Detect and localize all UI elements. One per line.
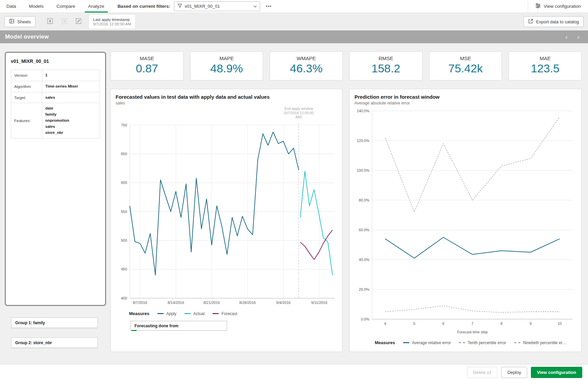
legend-item-forecast[interactable]: Forecast [213,311,237,316]
svg-text:5: 5 [413,322,415,326]
kpi-card-mase[interactable]: MASE 0.87 [111,51,183,80]
previous-sheet-chevron-icon[interactable]: ‹ [565,31,568,43]
svg-text:End apply window: End apply window [285,106,313,111]
kpi-card-rmse[interactable]: RMSE 158.2 [349,51,422,80]
last-apply-timestamp-label: Last apply timestamp [93,18,131,22]
selection-tools [45,17,84,27]
svg-text:100.0%: 100.0% [357,168,370,172]
forecast-chart-yaxis-title: sales [116,101,338,105]
svg-text:500: 500 [121,238,127,242]
nav-spacer [275,0,528,13]
tab-compare[interactable]: Compare [50,0,82,13]
svg-text:20.0%: 20.0% [359,287,369,291]
svg-text:10: 10 [558,322,562,326]
legend-item-average-relative-error[interactable]: Average relative error [403,340,451,345]
delete-version-button[interactable]: Delete v1 [467,367,498,378]
legend-label: Apply [166,311,176,316]
svg-text:4: 4 [384,322,386,326]
selections-back-icon [47,18,53,25]
svg-text:8/28/2016: 8/28/2016 [239,301,256,305]
tab-data[interactable]: Data [0,0,23,13]
kpi-card-mape[interactable]: MAPE 48.9% [190,51,263,80]
sheet-pager: ‹ › [565,31,583,43]
deploy-button[interactable]: Deploy [501,367,527,378]
ninetieth-percentile-swatch [514,342,520,343]
legend-label: Ninetieth percentile er… [523,340,567,345]
svg-text:700: 700 [121,123,127,127]
model-filter-dropdown[interactable]: v01_MIXR_00_01 [174,1,260,11]
kpi-card-wmape[interactable]: WMAPE 46.3% [270,51,343,80]
clear-selections-button[interactable] [73,17,84,27]
kpi-value: 46.3% [270,62,342,75]
sheets-label: Sheets [17,19,31,24]
kpi-card-mae[interactable]: MAE 123.5 [509,51,582,80]
group-1-filter[interactable]: Group 1: family [11,317,98,328]
clear-selections-icon [75,18,82,25]
more-options-icon: ••• [266,4,272,9]
svg-text:120.0%: 120.0% [357,139,370,143]
selections-back-button[interactable] [45,17,55,27]
prediction-error-chart[interactable]: 0.0%20.0%40.0%60.0%80.0%100.0%120.0%140.… [354,105,578,335]
forecast-line-swatch [213,313,219,314]
selections-forward-button[interactable] [59,17,70,27]
svg-text:8/14/2016: 8/14/2016 [168,301,184,305]
svg-text:8: 8 [500,322,503,326]
legend-label: Forecast [221,311,237,316]
svg-text:140.0%: 140.0% [357,109,370,113]
legend-title: Measures [129,311,149,316]
view-configuration-nav-button[interactable]: View configuration [528,0,588,13]
spec-value-features: date family onpromotion sales store_nbr [42,103,100,138]
group-1-label: Group 1: family [15,320,45,325]
table-row: Version: 1 [11,70,100,81]
svg-text:450: 450 [121,267,127,271]
last-apply-timestamp-value: 9/7/2016 12:00:00 AM [93,22,131,26]
svg-text:400: 400 [121,296,127,300]
legend-item-actual[interactable]: Actual [185,311,204,316]
kpi-value: 158.2 [350,62,422,75]
svg-text:9: 9 [530,322,532,326]
svg-text:7: 7 [471,322,473,326]
spec-label-algorithm: Algorithm: [11,81,42,92]
more-options-button[interactable]: ••• [263,1,275,11]
forecasting-done-from-control[interactable]: Forecasting done from [130,321,227,331]
forecasting-done-from-label: Forecasting done from [134,324,178,328]
export-data-button[interactable]: Export data to catalog [523,16,584,27]
view-configuration-button[interactable]: View configuration [531,367,582,378]
model-card[interactable]: v01_MIXR_00_01 Version: 1 Algorithm: Tim… [5,52,106,306]
nav-tabs: Data Models Compare Analyze [0,0,111,13]
svg-text:40.0%: 40.0% [359,258,369,262]
model-spec-table: Version: 1 Algorithm: Time-series Mixer … [11,70,100,139]
kpi-label: RMSE [350,55,422,61]
svg-text:(9/7/2016 12:00:00: (9/7/2016 12:00:00 [284,111,314,115]
legend-item-apply[interactable]: Apply [157,311,176,316]
legend-label: Average relative error [412,340,451,345]
toolbar: Sheets Last apply timestamp 9/7/2016 [0,13,588,30]
sheets-grid-icon [9,19,14,24]
funnel-icon [177,3,182,9]
group-2-filter[interactable]: Group 2: store_nbr [11,337,98,348]
top-nav: Data Models Compare Analyze Based on cur… [0,0,588,13]
kpi-label: WMAPE [270,55,342,61]
legend-item-ninetieth-percentile[interactable]: Ninetieth percentile er… [514,340,567,345]
tab-analyze[interactable]: Analyze [82,0,111,13]
svg-text:AM): AM) [295,115,302,119]
kpi-card-mse[interactable]: MSE 75.42k [429,51,502,80]
spec-label-version: Version: [11,70,42,81]
kpi-value: 123.5 [509,62,581,75]
kpi-label: MAE [509,55,581,61]
spec-label-target: Target: [11,92,42,103]
filters-label: Based on current filters: [118,0,170,13]
forecast-chart[interactable]: 4004505005506006507008/7/20168/14/20168/… [116,105,339,308]
legend-label: Tenth percentile error [468,340,506,345]
kpi-label: MASE [111,55,183,61]
sheets-button[interactable]: Sheets [4,16,35,27]
legend-title: Measures [375,340,395,345]
next-sheet-chevron-icon[interactable]: › [577,31,580,43]
kpi-value: 48.9% [191,62,263,75]
table-row: Target: sales [11,92,100,103]
table-row: Algorithm: Time-series Mixer [11,81,100,92]
legend-item-tenth-percentile[interactable]: Tenth percentile error [459,340,506,345]
chevron-down-icon [253,5,257,7]
tab-models[interactable]: Models [23,0,50,13]
svg-text:9/11/2016: 9/11/2016 [311,301,327,305]
